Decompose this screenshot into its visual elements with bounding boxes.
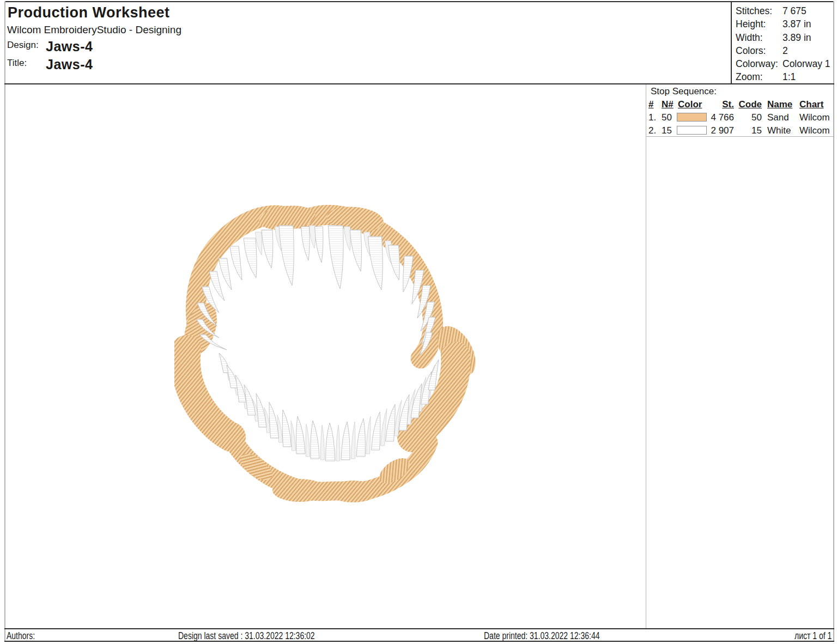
- row-stitches: 4 766: [708, 112, 734, 123]
- stat-value: 2: [783, 44, 788, 57]
- row-n: 50: [662, 112, 677, 123]
- thread-color-swatch: [677, 126, 707, 135]
- date-printed-text: Date printed: 31.03.2022 12:36:44: [484, 630, 629, 642]
- stat-label: Colors:: [736, 44, 783, 57]
- design-title: Jaws-4: [46, 57, 93, 72]
- right-border: [833, 1, 834, 642]
- canvas-right-divider: [646, 84, 646, 628]
- tooth: [262, 230, 273, 268]
- stat-value: 3.87 in: [783, 17, 811, 31]
- stat-value: 7 675: [783, 4, 806, 17]
- row-num: 1.: [648, 112, 660, 123]
- row-stitches: 2 907: [708, 125, 734, 136]
- stats-box-left-border: [731, 1, 732, 83]
- row-name: Sand: [767, 112, 797, 123]
- tooth: [329, 226, 344, 289]
- tooth: [311, 421, 319, 459]
- design-label: Design:: [7, 40, 39, 51]
- stat-zoom: Zoom: 1:1: [736, 70, 832, 83]
- row-num: 2.: [648, 125, 660, 136]
- design-stats-panel: Stitches: 7 675 Height: 3.87 in Width: 3…: [736, 4, 832, 84]
- footer-bottom-border: [4, 641, 834, 642]
- stop-sequence-title: Stop Sequence:: [651, 86, 717, 97]
- row-chart: Wilcom: [799, 125, 833, 136]
- stat-value: 1:1: [783, 70, 796, 83]
- tooth: [351, 422, 355, 459]
- stat-label: Zoom:: [736, 70, 783, 83]
- col-chart: Chart: [799, 99, 833, 110]
- page-number: лист 1 of 1: [785, 630, 832, 642]
- stat-label: Height:: [736, 17, 783, 31]
- title-label: Title:: [7, 58, 27, 69]
- col-code: Code: [736, 99, 762, 110]
- stop-sequence-bottom-border: [646, 136, 833, 137]
- row-n: 15: [662, 125, 677, 136]
- stat-label: Colorway:: [736, 57, 783, 70]
- stat-value: Colorway 1: [783, 57, 830, 70]
- tooth: [325, 423, 335, 461]
- tooth: [306, 424, 310, 457]
- tooth: [344, 227, 351, 251]
- tooth: [315, 227, 323, 263]
- stat-colorway: Colorway: Colorway 1: [736, 57, 832, 70]
- tooth: [372, 412, 380, 450]
- stat-value: 3.89 in: [783, 31, 811, 44]
- top-border: [4, 1, 834, 2]
- stat-label: Width:: [736, 31, 783, 44]
- tooth: [341, 422, 350, 460]
- tooth: [244, 238, 257, 278]
- tooth: [219, 258, 232, 290]
- production-worksheet-page: Production Worksheet Wilcom EmbroiderySt…: [0, 0, 837, 644]
- header-bottom-border: [4, 83, 834, 84]
- row-chart: Wilcom: [799, 112, 833, 123]
- tooth: [389, 245, 400, 280]
- col-color: Color: [678, 99, 709, 110]
- row-code: 50: [736, 112, 762, 123]
- left-border: [4, 1, 5, 642]
- stat-label: Stitches:: [736, 4, 783, 17]
- tooth: [356, 418, 365, 457]
- tooth: [336, 425, 340, 461]
- col-name: Name: [767, 99, 797, 110]
- authors-label: Authors:: [7, 630, 42, 642]
- tooth: [282, 410, 291, 447]
- tooth: [230, 246, 242, 280]
- col-st: St.: [708, 99, 734, 110]
- tooth: [244, 385, 256, 415]
- tooth: [291, 421, 296, 451]
- footer-top-border: [4, 628, 834, 629]
- tooth: [368, 236, 383, 290]
- tooth: [296, 416, 305, 454]
- stat-width: Width: 3.89 in: [736, 31, 832, 44]
- stat-stitches: Stitches: 7 675: [736, 4, 832, 17]
- tooth: [279, 226, 294, 285]
- stat-height: Height: 3.87 in: [736, 17, 832, 31]
- tooth: [350, 230, 362, 271]
- row-name: White: [767, 125, 797, 136]
- tooth: [310, 226, 316, 248]
- row-code: 15: [736, 125, 762, 136]
- col-n: N#: [662, 99, 677, 110]
- app-subtitle: Wilcom EmbroideryStudio - Designing: [7, 24, 181, 36]
- tooth: [320, 425, 324, 460]
- last-saved-text: Design last saved : 31.03.2022 12:36:02: [178, 630, 349, 642]
- stat-colors: Colors: 2: [736, 44, 832, 57]
- embroidery-design-preview: [174, 192, 480, 510]
- tooth: [301, 227, 310, 260]
- thread-color-swatch: [677, 113, 707, 121]
- page-title: Production Worksheet: [8, 4, 170, 21]
- design-name: Jaws-4: [46, 39, 93, 54]
- col-num: #: [648, 99, 660, 110]
- tooth: [366, 416, 371, 454]
